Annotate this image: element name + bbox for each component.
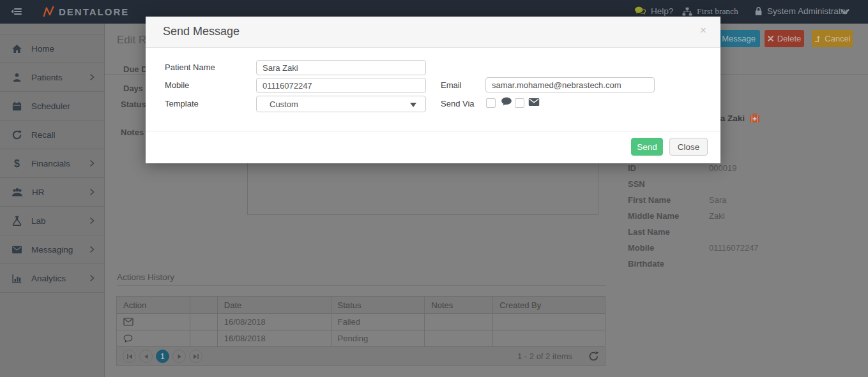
prev-page-button[interactable] [139,350,153,363]
sidebar-item-hr[interactable]: HR [0,177,104,206]
col-action[interactable]: Action [117,297,190,314]
brand-name: DENTALORE [59,6,129,17]
sidebar-item-scheduler[interactable]: Scheduler [0,91,104,120]
status-cell: Failed [331,314,425,330]
patient-name-input[interactable] [256,60,426,75]
help-label: Help? [651,6,673,16]
col-status[interactable]: Status [331,297,425,314]
patient-info-row: SSN [628,176,759,192]
col-notes[interactable]: Notes [425,297,493,314]
template-selected-value: Custom [257,100,298,109]
sidebar-item-label: Scheduler [31,101,70,111]
patient-info-list: ID000019 SSN First NameSara Middle NameZ… [628,160,759,272]
delete-button[interactable]: Delete [765,30,804,47]
info-value: Zaki [709,211,725,221]
refresh-button[interactable] [588,351,599,362]
pager-items-label: 1 - 2 of 2 items [517,351,572,361]
sidebar-item-label: Home [31,44,54,54]
chevron-right-icon [89,274,95,282]
page-1-button[interactable]: 1 [156,350,169,363]
user-menu[interactable]: System Administrator [754,6,849,16]
calendar-icon [11,101,22,112]
recall-icon [11,129,22,140]
sms-bubble-icon [501,97,512,107]
x-icon [768,36,773,41]
actions-history-divider [117,285,605,286]
template-select[interactable]: Custom [256,96,426,112]
dropdown-caret-icon [410,103,416,107]
action-cell [117,314,190,330]
info-value: 000019 [709,163,736,173]
sidebar-toggle-button[interactable] [8,6,23,17]
modal-header: Send Message × [146,17,720,48]
dollar-icon: $ [11,158,22,169]
actions-history-title: Actions History [117,272,174,282]
chevron-right-icon [89,188,95,196]
modal-close-button[interactable]: × [700,25,706,36]
help-menu[interactable]: Help? [634,6,673,16]
chevron-down-icon [841,9,849,15]
send-button[interactable]: Send [631,138,663,156]
modal-footer: Send Close [146,131,720,163]
message-button-label: Message [722,34,756,43]
table-row[interactable]: 16/08/2018 Pending [117,330,605,347]
sitemap-icon [682,7,692,17]
info-label: Last Name [628,227,709,237]
first-page-button[interactable] [123,350,136,363]
info-label: Birthdate [628,259,709,269]
info-label: Middle Name [628,211,709,221]
sidebar-item-messaging[interactable]: Messaging [0,235,104,263]
flask-icon [11,216,22,226]
sidebar-item-home[interactable]: Home [0,34,104,63]
chevron-right-icon [89,73,95,81]
info-value: Sara [709,195,726,205]
prev-page-icon [143,353,149,360]
mobile-input[interactable] [256,78,426,93]
email-input[interactable] [485,77,655,92]
col-empty[interactable] [190,297,217,314]
date-cell: 16/08/2018 [217,314,331,330]
last-page-button[interactable] [189,350,202,363]
envelope-icon [11,245,22,255]
user-name-label: System Administrator [767,6,849,16]
bar-chart-icon [11,273,22,284]
send-via-sms-checkbox[interactable] [486,98,496,108]
patient-name-label: Patient Name [165,63,215,72]
sidebar-item-label: Patients [31,73,63,82]
notes-cell [425,314,493,330]
col-created-by[interactable]: Created By [493,297,605,314]
send-via-email-checkbox[interactable] [515,98,524,108]
next-page-button[interactable] [172,350,186,363]
sidebar-item-recall[interactable]: Recall [0,120,104,149]
patient-icon [11,72,22,83]
envelope-icon [123,318,133,326]
brand-logo[interactable]: DENTALORE [43,6,129,17]
branch-menu[interactable]: First branch [682,6,738,17]
chevron-right-icon [89,217,95,225]
mobile-label: Mobile [165,80,189,90]
patient-info-row: First NameSara [628,192,759,208]
created-by-cell [493,314,605,330]
sidebar-item-label: Lab [31,216,46,226]
sidebar-item-patients[interactable]: Patients [0,63,104,91]
sidebar-item-label: Messaging [31,245,73,255]
cancel-button[interactable]: Cancel [812,30,853,47]
chevron-right-icon [89,159,95,167]
action-cell [117,330,190,347]
status-label: Status [121,100,146,109]
user-menu-caret[interactable] [841,9,849,15]
first-page-icon [126,353,133,360]
empty-cell [190,314,217,330]
close-button[interactable]: Close [669,138,708,156]
table-row[interactable]: 16/08/2018 Failed [117,314,605,330]
sidebar-item-financials[interactable]: $ Financials [0,149,104,177]
branch-label: First branch [697,6,738,17]
patient-info-row: Middle NameZaki [628,208,759,224]
sidebar-item-lab[interactable]: Lab [0,206,104,235]
svg-text:$: $ [14,158,20,169]
lock-icon [754,6,763,16]
notes-cell [425,330,493,347]
created-by-cell [493,330,605,347]
sidebar-item-analytics[interactable]: Analytics [0,263,104,292]
col-date[interactable]: Date [217,297,331,314]
